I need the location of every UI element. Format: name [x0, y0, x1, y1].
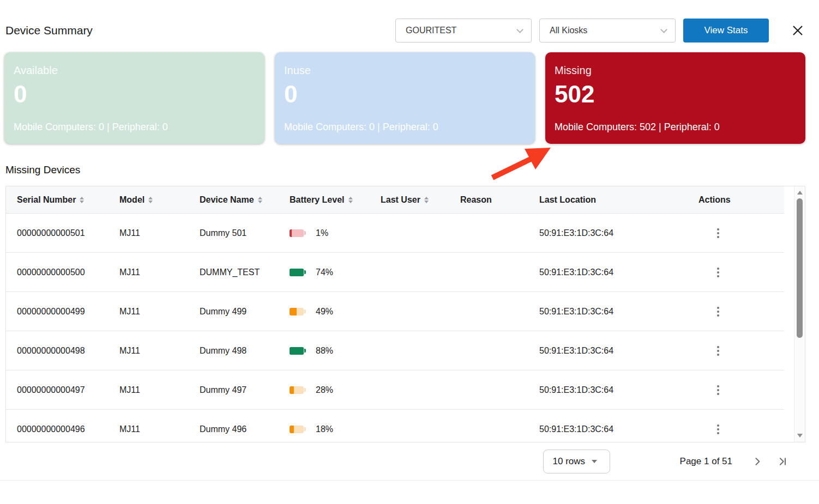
card-available[interactable]: Available 0 Mobile Computers: 0 | Periph… [4, 52, 264, 144]
missing-devices-table: Serial Number Model Device Name Battery … [5, 186, 805, 442]
chevron-down-icon [660, 26, 667, 33]
kiosk-select[interactable]: All Kiosks [539, 19, 676, 42]
serial-number-cell: 00000000000501 [6, 228, 119, 238]
model-cell: MJ11 [119, 268, 200, 277]
vertical-scrollbar[interactable] [794, 186, 805, 442]
column-header-model[interactable]: Model [119, 195, 200, 205]
serial-number-cell: 00000000000497 [6, 385, 119, 395]
card-detail: Mobile Computers: 0 | Peripheral: 0 [284, 122, 526, 133]
row-actions-kebab-icon[interactable] [712, 422, 725, 436]
battery-level-cell: 74% [290, 268, 381, 277]
device-name-cell: Dummy 498 [200, 346, 290, 356]
battery-level-cell: 18% [290, 424, 381, 434]
model-cell: MJ11 [119, 307, 200, 317]
device-name-cell: DUMMY_TEST [200, 268, 290, 277]
device-name-cell: Dummy 499 [200, 307, 290, 317]
last-location-cell: 50:91:E3:1D:3C:64 [539, 346, 698, 356]
battery-icon [290, 347, 304, 355]
last-location-cell: 50:91:E3:1D:3C:64 [539, 228, 698, 238]
battery-percentage: 74% [316, 268, 333, 277]
serial-number-cell: 00000000000499 [6, 307, 119, 317]
chevron-down-icon [516, 26, 523, 33]
table-body: 00000000000501 MJ11 Dummy 501 1% 50:91:E… [6, 214, 784, 442]
battery-level-cell: 28% [290, 385, 381, 395]
battery-level-cell: 1% [290, 228, 381, 238]
model-cell: MJ11 [119, 385, 200, 395]
card-count: 0 [284, 82, 526, 106]
card-label: Inuse [284, 64, 526, 77]
row-actions-kebab-icon[interactable] [712, 344, 725, 358]
table-row[interactable]: 00000000000500 MJ11 DUMMY_TEST 74% 50:91… [6, 253, 784, 292]
page-title: Device Summary [5, 24, 395, 37]
last-location-cell: 50:91:E3:1D:3C:64 [539, 307, 698, 317]
sort-icon[interactable] [80, 197, 84, 203]
battery-icon [290, 269, 304, 276]
row-actions-kebab-icon[interactable] [712, 305, 725, 319]
caret-down-icon [592, 460, 597, 463]
table-row[interactable]: 00000000000498 MJ11 Dummy 498 88% 50:91:… [6, 331, 784, 371]
card-detail: Mobile Computers: 0 | Peripheral: 0 [14, 122, 256, 133]
row-actions-kebab-icon[interactable] [712, 383, 725, 397]
battery-level-cell: 49% [290, 307, 381, 317]
card-label: Available [14, 64, 256, 77]
column-header-name[interactable]: Device Name [200, 195, 290, 205]
column-header-serial[interactable]: Serial Number [6, 195, 119, 205]
card-inuse[interactable]: Inuse 0 Mobile Computers: 0 | Peripheral… [275, 52, 535, 144]
device-name-cell: Dummy 496 [200, 424, 290, 434]
sort-icon[interactable] [424, 197, 429, 203]
red-annotation-arrow-icon [481, 141, 561, 183]
row-actions-kebab-icon[interactable] [712, 226, 725, 240]
battery-icon [290, 229, 304, 237]
scroll-down-icon[interactable] [797, 434, 803, 438]
sort-icon[interactable] [258, 197, 262, 203]
close-icon[interactable] [791, 23, 805, 38]
column-header-battery[interactable]: Battery Level [290, 195, 381, 205]
dialog-header: Device Summary GOURITEST All Kiosks View… [0, 0, 819, 43]
section-title: Missing Devices [5, 164, 819, 176]
sort-icon[interactable] [148, 197, 153, 203]
card-missing[interactable]: Missing 502 Mobile Computers: 502 | Peri… [545, 52, 805, 144]
row-actions-kebab-icon[interactable] [712, 265, 725, 280]
column-header-actions[interactable]: Actions [698, 195, 784, 205]
battery-percentage: 88% [316, 346, 333, 356]
org-select-value: GOURITEST [406, 26, 517, 35]
model-cell: MJ11 [119, 228, 200, 238]
model-cell: MJ11 [119, 346, 200, 356]
rows-per-page-value: 10 rows [553, 456, 586, 467]
next-page-button[interactable] [751, 455, 764, 468]
sort-icon[interactable] [348, 197, 353, 203]
column-header-lastuser[interactable]: Last User [381, 195, 460, 205]
card-label: Missing [555, 64, 797, 77]
table-row[interactable]: 00000000000497 MJ11 Dummy 497 28% 50:91:… [6, 371, 784, 410]
device-name-cell: Dummy 497 [200, 385, 290, 395]
battery-percentage: 18% [316, 424, 333, 434]
table-row[interactable]: 00000000000499 MJ11 Dummy 499 49% 50:91:… [6, 292, 784, 331]
card-count: 502 [555, 82, 797, 106]
card-count: 0 [14, 82, 256, 106]
org-select[interactable]: GOURITEST [395, 19, 532, 42]
scrollbar-thumb[interactable] [797, 198, 803, 338]
serial-number-cell: 00000000000496 [6, 424, 119, 434]
battery-icon [290, 426, 304, 433]
scroll-up-icon[interactable] [797, 191, 803, 195]
summary-cards: Available 0 Mobile Computers: 0 | Periph… [4, 52, 805, 144]
battery-icon [290, 308, 304, 315]
battery-icon [290, 386, 304, 394]
kiosk-select-value: All Kiosks [550, 26, 661, 35]
last-location-cell: 50:91:E3:1D:3C:64 [539, 268, 698, 277]
page-info: Page 1 of 51 [680, 456, 732, 467]
table-row[interactable]: 00000000000501 MJ11 Dummy 501 1% 50:91:E… [6, 214, 784, 253]
battery-percentage: 49% [316, 307, 333, 317]
view-stats-button[interactable]: View Stats [683, 19, 769, 42]
battery-percentage: 28% [316, 385, 333, 395]
serial-number-cell: 00000000000498 [6, 346, 119, 356]
table-header-row: Serial Number Model Device Name Battery … [6, 186, 784, 214]
table-footer: 10 rows Page 1 of 51 [0, 442, 819, 481]
device-name-cell: Dummy 501 [200, 228, 290, 238]
last-page-button[interactable] [776, 455, 789, 468]
table-row[interactable]: 00000000000496 MJ11 Dummy 496 18% 50:91:… [6, 410, 784, 442]
last-location-cell: 50:91:E3:1D:3C:64 [539, 424, 698, 434]
rows-per-page-select[interactable]: 10 rows [543, 450, 610, 473]
column-header-reason[interactable]: Reason [460, 195, 539, 205]
column-header-location[interactable]: Last Location [539, 195, 698, 205]
